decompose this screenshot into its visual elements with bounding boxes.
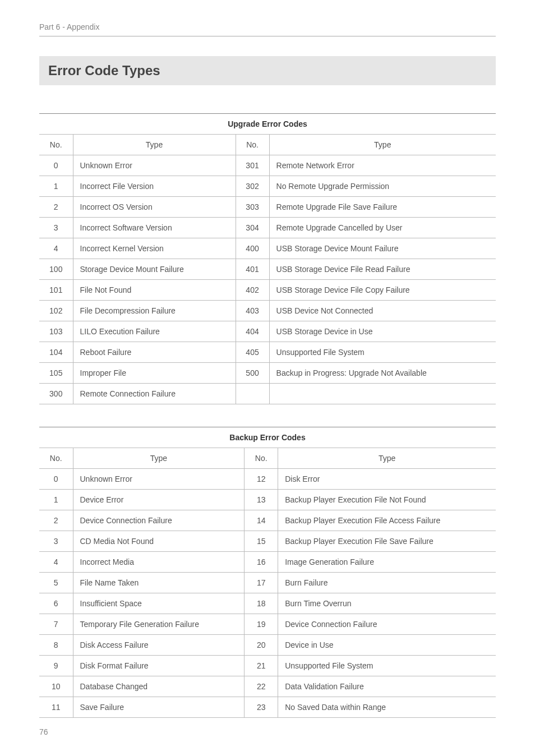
cell-no: 6 — [39, 593, 73, 614]
table-row: 102File Decompression Failure403USB Devi… — [39, 301, 496, 321]
table-row: 0Unknown Error12Disk Error — [39, 469, 496, 490]
cell-type: Insufficient Space — [73, 593, 245, 614]
cell-no: 401 — [236, 259, 269, 280]
cell-no: 2 — [39, 197, 73, 218]
col-header-type: Type — [269, 135, 496, 155]
cell-type — [269, 384, 496, 404]
cell-type: Backup in Progress: Upgrade Not Availabl… — [269, 363, 496, 384]
cell-type: File Name Taken — [73, 573, 245, 593]
col-header-type: Type — [73, 448, 245, 469]
cell-type: Incorrect Software Version — [73, 218, 236, 238]
cell-type: Unknown Error — [73, 155, 236, 176]
cell-no: 0 — [39, 155, 73, 176]
cell-no: 304 — [236, 218, 269, 238]
col-header-type: Type — [73, 135, 236, 155]
table-title-row: Backup Error Codes — [39, 427, 496, 448]
cell-type: File Not Found — [73, 280, 236, 301]
cell-no: 404 — [236, 321, 269, 342]
page-number: 76 — [39, 727, 48, 736]
table-title: Backup Error Codes — [39, 427, 496, 448]
table-row: 101File Not Found402USB Storage Device F… — [39, 280, 496, 301]
cell-type: Disk Access Failure — [73, 635, 245, 656]
cell-no: 7 — [39, 614, 73, 635]
cell-no: 303 — [236, 197, 269, 218]
page-header: Part 6 - Appendix — [39, 22, 496, 31]
cell-type: Burn Time Overrun — [278, 593, 496, 614]
cell-no — [236, 384, 269, 404]
table-row: 8Disk Access Failure20Device in Use — [39, 635, 496, 656]
cell-type: Incorrect OS Version — [73, 197, 236, 218]
cell-no: 3 — [39, 218, 73, 238]
cell-no: 22 — [245, 676, 278, 697]
col-header-type: Type — [278, 448, 496, 469]
cell-no: 0 — [39, 469, 73, 490]
cell-no: 20 — [245, 635, 278, 656]
cell-no: 500 — [236, 363, 269, 384]
cell-type: Incorrect Kernel Version — [73, 238, 236, 259]
cell-no: 4 — [39, 238, 73, 259]
cell-no: 3 — [39, 531, 73, 552]
cell-no: 402 — [236, 280, 269, 301]
cell-no: 13 — [245, 490, 278, 510]
cell-type: Disk Format Failure — [73, 656, 245, 676]
col-header-no: No. — [39, 135, 73, 155]
table-title-row: Upgrade Error Codes — [39, 114, 496, 135]
col-header-no: No. — [245, 448, 278, 469]
col-header-no: No. — [39, 448, 73, 469]
cell-no: 14 — [245, 510, 278, 531]
cell-type: Remote Connection Failure — [73, 384, 236, 404]
table-header-row: No. Type No. Type — [39, 448, 496, 469]
table-row: 0Unknown Error301Remote Network Error — [39, 155, 496, 176]
table-row: 10Database Changed22Data Validation Fail… — [39, 676, 496, 697]
cell-type: Remote Upgrade File Save Failure — [269, 197, 496, 218]
cell-type: Reboot Failure — [73, 342, 236, 363]
cell-type: Device Connection Failure — [278, 614, 496, 635]
cell-type: Storage Device Mount Failure — [73, 259, 236, 280]
cell-type: Improper File — [73, 363, 236, 384]
cell-no: 9 — [39, 656, 73, 676]
cell-no: 17 — [245, 573, 278, 593]
cell-no: 1 — [39, 490, 73, 510]
header-rule — [39, 36, 496, 36]
table-row: 11Save Failure23No Saved Data within Ran… — [39, 697, 496, 718]
table-title: Upgrade Error Codes — [39, 114, 496, 135]
table-row: 105Improper File500Backup in Progress: U… — [39, 363, 496, 384]
cell-type: Save Failure — [73, 697, 245, 718]
cell-no: 16 — [245, 552, 278, 573]
cell-type: No Saved Data within Range — [278, 697, 496, 718]
cell-type: Unsupported File System — [278, 656, 496, 676]
cell-no: 104 — [39, 342, 73, 363]
table-header-row: No. Type No. Type — [39, 135, 496, 155]
cell-no: 1 — [39, 176, 73, 197]
cell-type: No Remote Upgrade Permission — [269, 176, 496, 197]
cell-type: Remote Upgrade Cancelled by User — [269, 218, 496, 238]
table-row: 9Disk Format Failure21Unsupported File S… — [39, 656, 496, 676]
cell-no: 302 — [236, 176, 269, 197]
cell-type: USB Storage Device in Use — [269, 321, 496, 342]
cell-type: USB Storage Device Mount Failure — [269, 238, 496, 259]
cell-no: 2 — [39, 510, 73, 531]
cell-no: 400 — [236, 238, 269, 259]
cell-no: 405 — [236, 342, 269, 363]
table-row: 300Remote Connection Failure — [39, 384, 496, 404]
cell-type: Image Generation Failure — [278, 552, 496, 573]
cell-type: Remote Network Error — [269, 155, 496, 176]
cell-type: Device Connection Failure — [73, 510, 245, 531]
cell-no: 4 — [39, 552, 73, 573]
cell-no: 403 — [236, 301, 269, 321]
cell-type: USB Device Not Connected — [269, 301, 496, 321]
table-row: 1Device Error13Backup Player Execution F… — [39, 490, 496, 510]
table-row: 4Incorrect Kernel Version400USB Storage … — [39, 238, 496, 259]
cell-type: LILO Execution Failure — [73, 321, 236, 342]
section-title: Error Code Types — [39, 56, 496, 85]
cell-type: Disk Error — [278, 469, 496, 490]
table-row: 103LILO Execution Failure404USB Storage … — [39, 321, 496, 342]
upgrade-error-codes-table: Upgrade Error Codes No. Type No. Type 0U… — [39, 113, 496, 404]
cell-no: 5 — [39, 573, 73, 593]
cell-type: Device Error — [73, 490, 245, 510]
cell-type: Device in Use — [278, 635, 496, 656]
cell-type: Temporary File Generation Failure — [73, 614, 245, 635]
cell-no: 21 — [245, 656, 278, 676]
table-row: 4Incorrect Media16Image Generation Failu… — [39, 552, 496, 573]
cell-type: File Decompression Failure — [73, 301, 236, 321]
